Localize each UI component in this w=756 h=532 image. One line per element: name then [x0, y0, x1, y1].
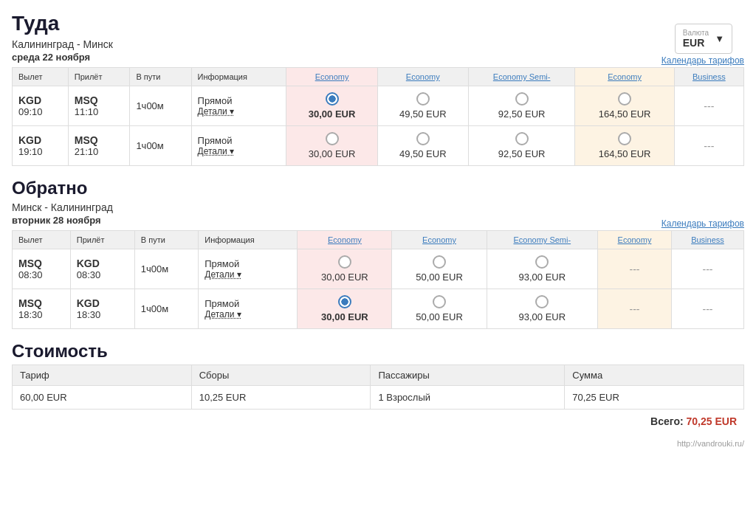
outbound-flights-table: Вылет Прилёт В пути Информация Economy E…: [12, 67, 744, 166]
chevron-down-icon: ▼: [715, 33, 724, 44]
economy-semi-cell[interactable]: 93,00 EUR: [487, 289, 597, 329]
table-row: KGD19:10MSQ21:101ч00мПрямойДетали ▾30,00…: [13, 126, 744, 166]
info-cell: ПрямойДетали ▾: [191, 86, 286, 126]
arrive-cell: MSQ11:10: [68, 86, 130, 126]
economy-restricted-cell[interactable]: 49,50 EUR: [377, 126, 468, 166]
col-header-business-in: Business: [671, 231, 743, 249]
arrive-iata: MSQ: [75, 134, 124, 146]
economy-flex-cell[interactable]: ---: [598, 289, 672, 329]
col-header-economy-restricted-in: Economy: [392, 231, 487, 249]
radio-economy-restricted[interactable]: [416, 92, 430, 106]
col-header-info-in: Информация: [199, 231, 298, 249]
outbound-title: Туда: [12, 12, 744, 35]
details-link[interactable]: Детали ▾: [198, 146, 234, 156]
radio-economy-semi[interactable]: [535, 295, 549, 308]
cost-col-tariff: Тариф: [13, 365, 192, 386]
economy-flex-cell[interactable]: 164,50 EUR: [575, 126, 674, 166]
arrive-time: 21:10: [75, 146, 124, 157]
cost-col-fees: Сборы: [191, 365, 371, 386]
arrive-time: 08:30: [77, 269, 128, 280]
table-row: KGD09:10MSQ11:101ч00мПрямойДетали ▾30,00…: [13, 86, 744, 126]
direct-label: Прямой: [205, 258, 291, 269]
economy-promo-cell[interactable]: 30,00 EUR: [286, 126, 377, 166]
col-header-duration: В пути: [130, 68, 191, 86]
price-economy-semi: 92,50 EUR: [498, 108, 546, 120]
radio-economy-promo[interactable]: [326, 92, 339, 106]
business-cell: ---: [671, 289, 743, 329]
arrive-iata: KGD: [77, 297, 128, 309]
outbound-date: среда 22 ноября: [12, 52, 90, 63]
direct-label: Прямой: [205, 298, 291, 309]
business-price: ---: [704, 140, 714, 152]
economy-semi-cell[interactable]: 92,50 EUR: [468, 86, 575, 126]
price-economy-promo: 30,00 EUR: [321, 272, 368, 283]
cost-col-total: Сумма: [565, 365, 744, 386]
price-economy-restricted: 50,00 EUR: [416, 272, 463, 283]
details-link[interactable]: Детали ▾: [205, 309, 241, 319]
radio-economy-semi[interactable]: [535, 255, 549, 269]
economy-promo-cell[interactable]: 30,00 EUR: [286, 86, 377, 126]
business-price: ---: [702, 263, 712, 275]
details-link[interactable]: Детали ▾: [198, 106, 234, 117]
radio-economy-semi[interactable]: [515, 132, 529, 145]
price-economy-promo: 30,00 EUR: [309, 108, 356, 120]
business-price: ---: [702, 303, 712, 315]
inbound-route: Минск - Калининград: [12, 201, 744, 213]
outbound-calendar-link[interactable]: Календарь тарифов: [662, 55, 744, 66]
col-header-economy-restricted: Economy: [377, 68, 468, 86]
radio-economy-restricted[interactable]: [416, 132, 430, 145]
total-label: Всего:: [650, 415, 686, 427]
economy-promo-cell[interactable]: 30,00 EUR: [298, 249, 392, 289]
economy-flex-cell[interactable]: 164,50 EUR: [575, 86, 674, 126]
price-economy-flex: 164,50 EUR: [599, 148, 651, 159]
cost-fees-value: 10,25 EUR: [191, 386, 371, 410]
col-header-depart-in: Вылет: [13, 231, 71, 249]
business-cell: ---: [674, 126, 743, 166]
price-economy-restricted: 49,50 EUR: [399, 108, 447, 120]
price-economy-semi: 92,50 EUR: [498, 148, 546, 159]
radio-economy-flex[interactable]: [618, 132, 631, 145]
radio-economy-promo[interactable]: [338, 255, 351, 269]
economy-flex-cell[interactable]: ---: [598, 249, 672, 289]
arrive-cell: KGD08:30: [70, 249, 134, 289]
inbound-calendar-link[interactable]: Календарь тарифов: [662, 218, 744, 229]
economy-promo-cell[interactable]: 30,00 EUR: [298, 289, 392, 329]
duration-cell: 1ч00м: [134, 289, 198, 329]
economy-restricted-cell[interactable]: 49,50 EUR: [377, 86, 468, 126]
cost-section: Стоимость Тариф Сборы Пассажиры Сумма 60…: [12, 341, 744, 433]
cost-sum-value: 70,25 EUR: [565, 386, 744, 410]
economy-restricted-cell[interactable]: 50,00 EUR: [392, 289, 487, 329]
currency-selector[interactable]: Валюта EUR ▼: [675, 24, 732, 54]
info-cell: ПрямойДетали ▾: [191, 126, 286, 166]
radio-economy-flex[interactable]: [618, 92, 631, 106]
cost-title: Стоимость: [12, 341, 744, 362]
direct-label: Прямой: [198, 135, 281, 146]
arrive-cell: KGD18:30: [70, 289, 134, 329]
radio-economy-promo[interactable]: [338, 295, 351, 308]
inbound-date: вторник 28 ноября: [12, 215, 101, 226]
economy-restricted-cell[interactable]: 50,00 EUR: [392, 249, 487, 289]
economy-semi-cell[interactable]: 92,50 EUR: [468, 126, 575, 166]
col-header-arrive-in: Прилёт: [70, 231, 134, 249]
no-price: ---: [629, 263, 639, 275]
radio-economy-promo[interactable]: [326, 132, 339, 145]
col-header-economy-promo: Economy: [286, 68, 377, 86]
economy-semi-cell[interactable]: 93,00 EUR: [487, 249, 597, 289]
inbound-flights-table: Вылет Прилёт В пути Информация Economy E…: [12, 230, 744, 329]
col-header-economy-promo-in: Economy: [298, 231, 392, 249]
radio-economy-restricted[interactable]: [433, 255, 446, 269]
col-header-business: Business: [674, 68, 743, 86]
price-economy-semi: 93,00 EUR: [519, 311, 566, 322]
info-cell: ПрямойДетали ▾: [199, 289, 298, 329]
business-cell: ---: [674, 86, 743, 126]
col-header-info: Информация: [191, 68, 286, 86]
info-cell: ПрямойДетали ▾: [199, 249, 298, 289]
business-price: ---: [704, 100, 714, 112]
cost-table: Тариф Сборы Пассажиры Сумма 60,00 EUR 10…: [12, 365, 744, 410]
currency-value: EUR: [683, 37, 705, 49]
radio-economy-restricted[interactable]: [433, 295, 446, 308]
details-link[interactable]: Детали ▾: [205, 269, 241, 280]
duration-cell: 1ч00м: [130, 126, 191, 166]
radio-economy-semi[interactable]: [515, 92, 529, 106]
price-economy-promo: 30,00 EUR: [309, 148, 356, 159]
